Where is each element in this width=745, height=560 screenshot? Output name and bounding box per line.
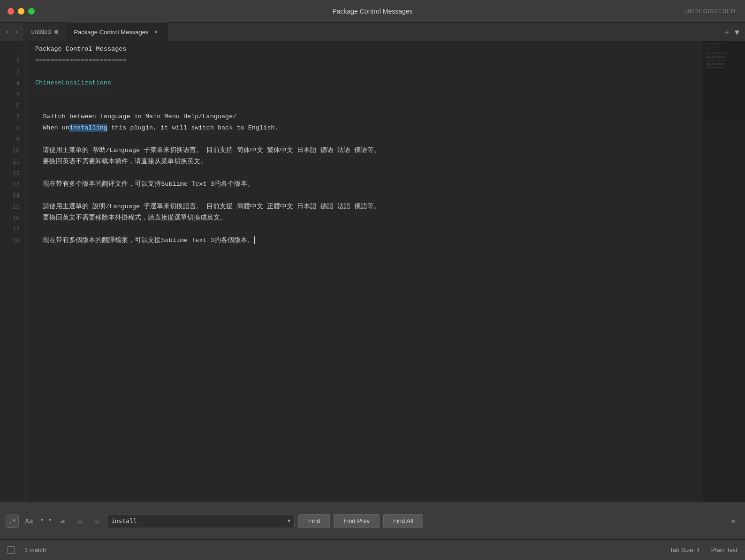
window-controls[interactable] (8, 8, 35, 15)
tab-untitled[interactable]: untitled (23, 23, 66, 41)
code-line-15: 請使用主選單的 說明/Language 子選單來切換語言。 目前支援 簡體中文 … (35, 201, 703, 212)
findbar-insel-icon[interactable]: ▭ (73, 515, 86, 528)
code-line-10: 请使用主菜单的 帮助/Language 子菜单来切换语言。 目前支持 简体中文 … (35, 144, 703, 156)
match-count-label: 1 match (24, 546, 46, 553)
code-line-3 (35, 66, 703, 77)
code-line-18: 现在带有多個版本的翻譯檔案，可以支援Sublime Text 3的各個版本。 (35, 235, 703, 246)
code-line-7: Switch between language in Main Menu Hel… (35, 111, 703, 122)
line-num-14: 14 (0, 189, 25, 201)
line-num-7: 7 (0, 111, 25, 122)
line-num-17: 17 (0, 223, 25, 235)
line-num-1: 1 (0, 43, 25, 54)
line-num-18: 18 (0, 235, 25, 246)
new-tab-button[interactable]: + (723, 26, 731, 37)
code-line-16: 要換回英文不需要移除本外掛程式，請直接從選單切換成英文。 (35, 212, 703, 223)
find-button[interactable]: Find (298, 514, 330, 528)
unregistered-label: UNREGISTERED (685, 8, 736, 15)
code-line-13: 现在带有多个版本的翻译文件，可以支持Sublime Text 3的各个版本。 (35, 178, 703, 189)
tab-untitled-label: untitled (31, 28, 51, 35)
tab-close-button[interactable]: ✕ (152, 28, 160, 36)
code-line-4: ChineseLocalizations (35, 77, 703, 88)
findbar-case-icon[interactable]: Aa (23, 515, 36, 528)
tab-nav[interactable]: ‹ › (0, 23, 23, 41)
code-content[interactable]: Package Control Messages ===============… (26, 41, 703, 502)
code-line-5: -------------------- (35, 88, 703, 99)
text-cursor (254, 236, 255, 244)
findbar-search-input[interactable] (111, 517, 288, 524)
status-right: Tab Size: 4 Plain Text (670, 546, 737, 553)
code-line-8: When uninstalling this plugin, it will s… (35, 122, 703, 133)
line-num-6: 6 (0, 99, 25, 111)
tabbar: ‹ › untitled Package Control Messages ✕ … (0, 23, 745, 41)
tab-modified-dot (54, 30, 58, 34)
line-num-16: 16 (0, 212, 25, 223)
line-num-11: 11 (0, 156, 25, 167)
minimap: Package Control Messages ===============… (703, 41, 745, 502)
tab-package-control[interactable]: Package Control Messages ✕ (66, 23, 167, 41)
findbar-history-dropdown[interactable]: ▼ (288, 518, 290, 523)
findbar-close-button[interactable]: ✕ (727, 515, 739, 527)
findbar-word-icon[interactable]: " " (39, 515, 53, 528)
line-num-2: 2 (0, 54, 25, 66)
findbar-regex-icon[interactable]: .* (6, 515, 19, 528)
code-line-9 (35, 133, 703, 144)
minimize-button[interactable] (18, 8, 24, 15)
line-num-8: 8 (0, 122, 25, 133)
code-line-1: Package Control Messages (35, 43, 703, 54)
find-prev-button[interactable]: Find Prev (334, 514, 380, 528)
line-num-5: 5 (0, 88, 25, 99)
minimap-content: Package Control Messages ===============… (705, 43, 743, 68)
code-line-17 (35, 223, 703, 235)
file-type-label[interactable]: Plain Text (711, 546, 737, 553)
tab-next-arrow[interactable]: › (13, 28, 20, 36)
tab-size-label[interactable]: Tab Size: 4 (670, 546, 700, 553)
tab-prev-arrow[interactable]: ‹ (4, 28, 11, 36)
editor: 1 2 3 4 5 6 7 8 9 10 11 12 13 14 15 16 1… (0, 41, 745, 502)
maximize-button[interactable] (28, 8, 35, 15)
status-checkbox[interactable] (8, 546, 15, 554)
line-num-3: 3 (0, 66, 25, 77)
line-num-9: 9 (0, 133, 25, 144)
findbar-controls: .* Aa " " ⇌ ▭ ▭ ▼ Find Find Prev Find Al… (0, 511, 745, 531)
code-line-2: ======================== (35, 54, 703, 66)
line-num-10: 10 (0, 144, 25, 156)
code-line-14 (35, 189, 703, 201)
line-num-4: 4 (0, 77, 25, 88)
code-line-6 (35, 99, 703, 111)
findbar: .* Aa " " ⇌ ▭ ▭ ▼ Find Find Prev Find Al… (0, 502, 745, 539)
line-numbers: 1 2 3 4 5 6 7 8 9 10 11 12 13 14 15 16 1… (0, 41, 26, 502)
window-title: Package Control Messages (332, 8, 412, 15)
tab-dropdown-button[interactable]: ▼ (733, 26, 741, 37)
close-button[interactable] (8, 8, 14, 15)
statusbar: 1 match Tab Size: 4 Plain Text (0, 539, 745, 560)
line-num-15: 15 (0, 201, 25, 212)
line-num-13: 13 (0, 178, 25, 189)
tab-package-control-label: Package Control Messages (74, 29, 148, 36)
findbar-context-icon[interactable]: ▭ (90, 515, 103, 528)
findbar-input-container[interactable]: ▼ (107, 514, 295, 528)
tabbar-actions[interactable]: + ▼ (723, 26, 741, 37)
findbar-wrap-icon[interactable]: ⇌ (56, 515, 69, 528)
code-line-11: 要换回英语不需要卸载本插件，请直接从菜单切换英文。 (35, 156, 703, 167)
find-all-button[interactable]: Find All (383, 514, 423, 528)
code-line-12 (35, 167, 703, 178)
line-num-12: 12 (0, 167, 25, 178)
titlebar: Package Control Messages UNREGISTERED (0, 0, 745, 23)
